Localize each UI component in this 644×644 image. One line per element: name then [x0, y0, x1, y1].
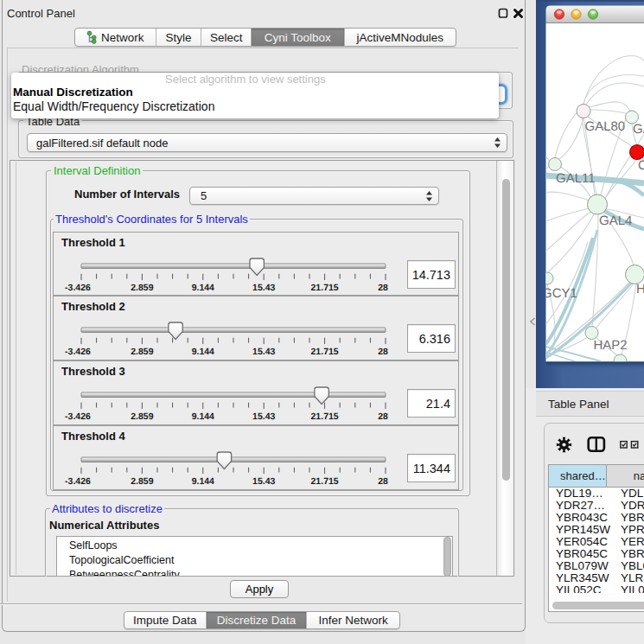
svg-text:-3.426: -3.426 [65, 476, 91, 487]
svg-text:GAL11: GAL11 [556, 171, 596, 186]
svg-text:2.859: 2.859 [131, 347, 153, 357]
svg-text:GCY1: GCY1 [542, 286, 577, 301]
svg-text:9.144: 9.144 [192, 476, 214, 487]
svg-text:28: 28 [378, 476, 388, 487]
svg-text:15.43: 15.43 [252, 283, 275, 293]
svg-text:-3.426: -3.426 [65, 347, 91, 357]
svg-text:-3.426: -3.426 [65, 283, 91, 293]
svg-text:2.859: 2.859 [131, 476, 153, 487]
svg-text:9.144: 9.144 [192, 347, 214, 357]
svg-text:21.715: 21.715 [311, 347, 339, 357]
svg-text:9.144: 9.144 [192, 283, 214, 293]
svg-text:HAP2: HAP2 [594, 338, 628, 353]
svg-text:21.715: 21.715 [311, 283, 339, 293]
svg-text:GAL80: GAL80 [585, 119, 626, 134]
svg-text:21.715: 21.715 [311, 411, 339, 422]
svg-text:H: H [636, 282, 644, 296]
svg-text:28: 28 [378, 283, 388, 293]
svg-text:15.43: 15.43 [252, 347, 275, 357]
svg-text:21.715: 21.715 [311, 476, 339, 487]
svg-text:15.43: 15.43 [252, 476, 275, 487]
svg-text:28: 28 [378, 411, 388, 422]
svg-text:-3.426: -3.426 [65, 411, 91, 422]
svg-text:GA: GA [633, 122, 644, 137]
svg-text:9.144: 9.144 [192, 411, 214, 422]
svg-text:2.859: 2.859 [131, 411, 153, 422]
svg-text:15.43: 15.43 [252, 411, 275, 422]
svg-text:GAL4: GAL4 [599, 214, 632, 228]
svg-text:2.859: 2.859 [131, 283, 153, 293]
svg-text:28: 28 [378, 347, 388, 357]
svg-text:C: C [638, 158, 644, 173]
